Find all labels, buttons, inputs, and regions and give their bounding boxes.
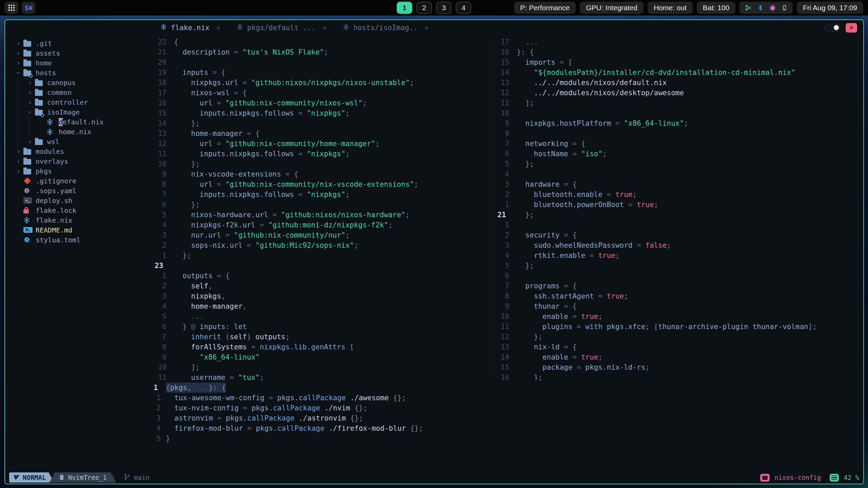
tab-close-icon[interactable]: × [322, 24, 327, 32]
tree-item-default.nix[interactable]: default.nix [5, 117, 152, 127]
phone-icon[interactable] [782, 4, 787, 11]
tree-item-controller[interactable]: ›controller [5, 97, 152, 107]
tree-item-home[interactable]: ›home [5, 58, 152, 68]
code-line: 5} [152, 433, 863, 444]
tree-item-overlays[interactable]: ›overlays [5, 156, 152, 166]
editor-pane-flake-nix[interactable]: 22{21description = "tux's NixOS Flake";2… [152, 36, 494, 381]
chevron-icon[interactable]: › [25, 138, 35, 146]
tab-close-icon[interactable]: × [216, 24, 220, 32]
line-number: 1 [152, 393, 166, 403]
line-number: 21 [152, 47, 174, 57]
line-number: 1 [494, 200, 517, 210]
code-line: 23 [152, 261, 494, 271]
chevron-icon[interactable]: › [13, 147, 23, 156]
line-number: 12 [494, 88, 517, 98]
chevron-icon[interactable]: › [13, 49, 23, 57]
workspace-button-3[interactable]: 3 [436, 2, 452, 14]
workspace-button-1[interactable]: 1 [397, 2, 412, 14]
bluetooth-icon[interactable] [757, 4, 764, 11]
code-text: }; [174, 200, 200, 210]
code-text: security = { [517, 230, 577, 240]
window-close-button[interactable]: × [846, 23, 857, 33]
code-line: 7inputs.nixpkgs.follows = "nixpkgs"; [152, 189, 494, 200]
tree-item-.gitignore[interactable]: .gitignore [5, 176, 152, 186]
window-toggle-switch[interactable] [825, 24, 840, 32]
tree-indent-guide [18, 127, 18, 137]
tab-label: pkgs/default ... [247, 24, 316, 32]
workspace-button-4[interactable]: 4 [456, 2, 471, 14]
flame-icon[interactable] [769, 4, 776, 12]
code-text: rtkit.enable = true; [517, 250, 619, 261]
line-number: 16 [494, 47, 517, 57]
line-number: 8 [494, 128, 517, 139]
editor-pane-pkgs-default-nix[interactable]: 1{pkgs, ...}: {1tux-awesome-wm-config = … [152, 381, 863, 471]
tree-item-README.md[interactable]: M↓README.md [5, 225, 152, 235]
app-launcher-button[interactable] [5, 2, 18, 14]
code-text: tux-awesome-wm-config = pkgs.callPackage… [166, 393, 406, 403]
tree-item-common[interactable]: ›common [5, 87, 152, 97]
code-line: 12../../modules/nixos/desktop/awesome [494, 88, 863, 98]
project-name: nixos-config [774, 474, 821, 481]
code-text: home-manager = { [174, 128, 260, 139]
code-line: 4 [494, 169, 863, 179]
tree-item-assets[interactable]: ›assets [5, 48, 152, 58]
tree-item-flake.nix[interactable]: flake.nix [5, 215, 152, 225]
tree-item-wsl[interactable]: ›wsl [5, 137, 152, 146]
tree-item-deploy.sh[interactable]: >_deploy.sh [5, 196, 152, 205]
chevron-icon[interactable]: › [25, 79, 35, 87]
status-pills: P: PerformanceGPU: IntegratedHome: outBa… [514, 2, 735, 14]
tree-item-flake.lock[interactable]: flake.lock [5, 205, 152, 215]
git-icon [23, 178, 36, 184]
tree-item-stylua.toml[interactable]: stylua.toml [5, 235, 152, 245]
chevron-icon[interactable]: › [14, 68, 22, 78]
tree-item-isoImage[interactable]: ›isoImage [5, 107, 152, 117]
tree-item-label: README.md [36, 226, 72, 234]
code-line: 9nixpkgs.hostPlatform = "x86_64-linux"; [494, 118, 863, 128]
tree-item-home.nix[interactable]: home.nix [5, 127, 152, 137]
tab-flake.nix[interactable]: flake.nix× [152, 20, 229, 36]
code-line: 3sudo.wheelNeedsPassword = false; [494, 240, 863, 250]
tab-hosts-isoImag..[interactable]: hosts/isoImag..× [335, 20, 437, 36]
chevron-icon[interactable]: › [26, 107, 34, 117]
line-number: 11 [494, 98, 517, 108]
code-text: nix-vscode-extensions = { [174, 169, 298, 179]
tree-item-modules[interactable]: ›modules [5, 146, 152, 156]
tree-item-label: .gitignore [36, 177, 76, 185]
code-text: }: { [517, 47, 534, 57]
shell-icon: >_ [23, 197, 36, 204]
chevron-icon[interactable]: › [13, 157, 23, 165]
code-line: 6hostName = "iso"; [494, 149, 863, 159]
tree-item-.sops.yaml[interactable]: .sops.yaml [5, 186, 152, 196]
tree-item-hosts[interactable]: ›hosts [5, 68, 152, 78]
code-line: 7networking = { [494, 139, 863, 149]
code-line: 10]; [152, 362, 494, 372]
code-line: 2security = { [494, 230, 863, 240]
tree-item-.git[interactable]: ›.git [5, 38, 152, 48]
code-text: hardware = { [517, 179, 577, 189]
code-line: 9nix-vscode-extensions = { [152, 169, 494, 179]
editor-pane-iso-default-nix[interactable]: 17...16}: {15imports = [14"${modulesPath… [494, 36, 863, 381]
tree-item-label: controller [47, 98, 88, 106]
code-line: 2sops-nix.url = "github:Mic92/sops-nix"; [152, 240, 494, 250]
code-text: url = "github:nix-community/home-manager… [174, 139, 380, 149]
scissors-icon[interactable] [745, 4, 752, 11]
chevron-icon[interactable]: › [25, 98, 35, 106]
line-number: 1 [152, 271, 174, 281]
tab-close-icon[interactable]: × [425, 24, 429, 32]
chevron-icon[interactable]: › [25, 88, 35, 97]
chevron-icon[interactable]: › [13, 167, 23, 175]
tree-item-label: hosts [36, 69, 56, 77]
chevron-icon[interactable]: › [13, 59, 23, 67]
chevron-icon[interactable]: › [13, 39, 23, 47]
tab-pkgs-default-...[interactable]: pkgs/default ...× [229, 20, 335, 36]
workspace-button-2[interactable]: 2 [416, 2, 432, 14]
line-number: 16 [152, 98, 174, 108]
tree-item-canopus[interactable]: ›canopus [5, 78, 152, 87]
system-bar: $W 1234 P: PerformanceGPU: IntegratedHom… [0, 0, 868, 16]
tree-item-pkgs[interactable]: ›pkgs [5, 166, 152, 176]
code-line: 10}; [152, 159, 494, 169]
code-line: 15inputs.nixpkgs.follows = "nixpkgs"; [152, 108, 494, 118]
line-number: 15 [152, 108, 174, 118]
nvimtree-file-explorer[interactable]: ›.git›assets›home›hosts›canopus›common›c… [5, 36, 152, 471]
terminal-launcher-button[interactable]: $W [22, 2, 35, 14]
